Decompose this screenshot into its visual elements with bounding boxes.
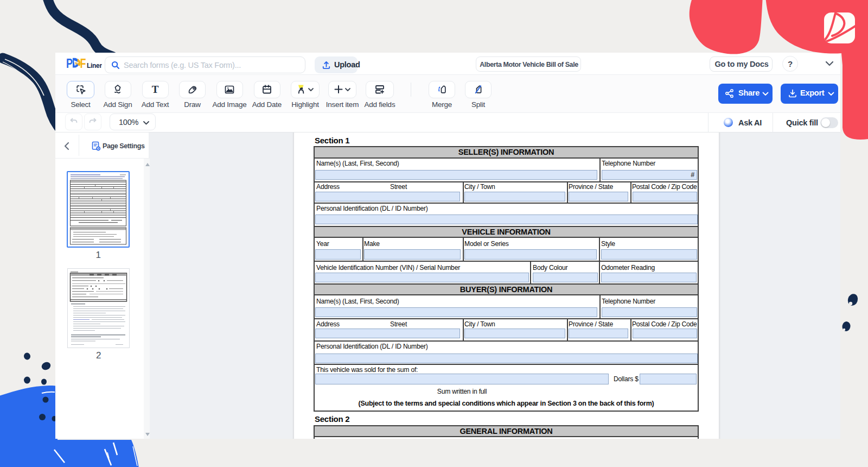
svg-text:F: F bbox=[80, 56, 86, 70]
svg-text:T: T bbox=[152, 84, 159, 95]
svg-text:Liner: Liner bbox=[87, 62, 102, 70]
svg-text:P: P bbox=[66, 56, 73, 70]
